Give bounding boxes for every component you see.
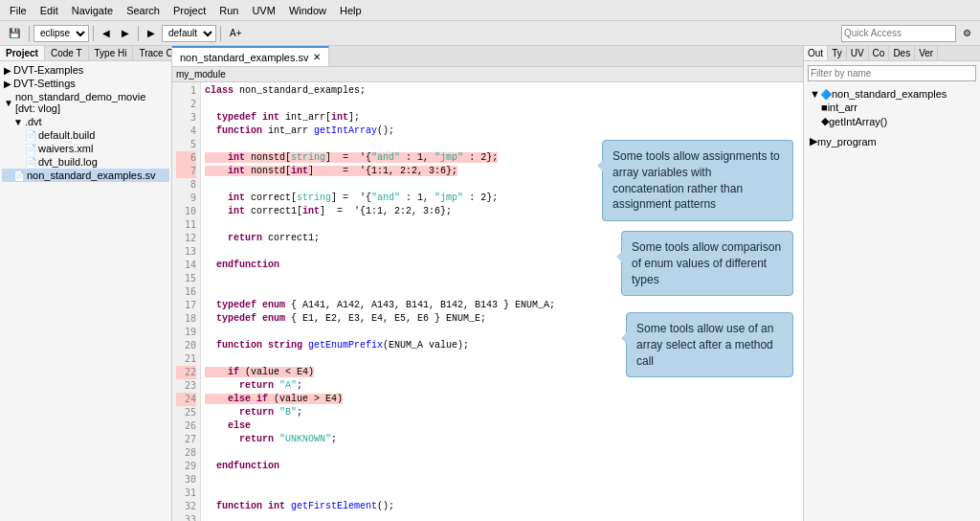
toolbar-extra-btn[interactable]: ⚙ [958, 25, 976, 41]
tree-dvt-log[interactable]: 📄 dvt_build.log [2, 155, 169, 169]
toolbar-save-btn[interactable]: 💾 [4, 25, 25, 41]
right-tab-des[interactable]: Des [889, 46, 915, 60]
line-numbers: 12345 67 89101112 1314151617 18192021 22… [172, 82, 201, 521]
menu-run[interactable]: Run [213, 3, 244, 18]
tab-trace-c[interactable]: Trace C [133, 46, 171, 60]
menu-uvm[interactable]: UVM [246, 3, 280, 18]
tree-expand-icon: ▶ [810, 135, 817, 147]
right-tab-uv[interactable]: UV [847, 46, 869, 60]
toolbar-run-btn[interactable]: ▶ [143, 25, 160, 41]
run-config-select[interactable]: default [162, 25, 216, 42]
left-panel-tabs: Project Code T Type Hi Trace C [0, 46, 171, 61]
quick-access-input[interactable] [841, 25, 956, 42]
workspace-select[interactable]: eclipse [33, 25, 89, 42]
filter-area [804, 61, 980, 85]
right-tree-get-int-array[interactable]: ◆ getIntArray() [806, 114, 978, 128]
filter-input[interactable] [808, 65, 976, 81]
menu-edit[interactable]: Edit [34, 3, 64, 18]
toolbar: 💾 eclipse ◀ ▶ ▶ default A+ ⚙ [0, 21, 980, 46]
right-tree-int-arr[interactable]: ■ int_arr [806, 101, 978, 114]
function-icon: ◆ [821, 115, 829, 127]
tab-close-btn[interactable]: ✕ [313, 52, 321, 62]
tree-expand-icon: ▼ [13, 117, 23, 127]
menubar: File Edit Navigate Search Project Run UV… [0, 0, 980, 21]
tree-non-standard-sv[interactable]: 📄 non_standard_examples.sv [2, 169, 169, 182]
tab-code-t[interactable]: Code T [45, 46, 89, 60]
file-icon: 📄 [25, 130, 36, 141]
menu-navigate[interactable]: Navigate [66, 3, 119, 18]
right-tree-my-program[interactable]: ▶ my_program [806, 134, 978, 148]
file-icon: 📄 [13, 170, 25, 181]
main-layout: Project Code T Type Hi Trace C ▶ DVT-Exa… [0, 46, 980, 521]
tree-demo-movie[interactable]: ▼ non_standard_demo_movie [dvt: vlog] [2, 90, 169, 115]
toolbar-sep-2 [93, 26, 94, 41]
tree-collapse-icon: ▼ [810, 88, 820, 100]
tree-expand-icon: ▼ [4, 98, 13, 108]
file-icon: 📄 [25, 144, 36, 154]
right-tab-ty[interactable]: Ty [828, 46, 847, 60]
breadcrumb-module: my_module [176, 69, 226, 79]
type-icon: ■ [821, 102, 828, 113]
menu-search[interactable]: Search [121, 3, 166, 18]
tree-expand-icon: ▶ [4, 79, 11, 89]
callout-array-assignment: Some tools allow assignments to array va… [602, 140, 793, 221]
tree-dvt-folder[interactable]: ▼ .dvt [2, 115, 169, 128]
toolbar-back-btn[interactable]: ◀ [98, 25, 115, 41]
right-tree: ▼ 🔷 non_standard_examples ■ int_arr ◆ ge… [804, 85, 980, 521]
callout-array-select: Some tools allow use of an array select … [626, 312, 793, 377]
font-size-btn[interactable]: A+ [225, 25, 247, 41]
right-panel: Out Ty UV Co Des Ver ▼ 🔷 non_standard_ex… [803, 46, 980, 521]
toolbar-forward-btn[interactable]: ▶ [117, 25, 134, 41]
tab-type-hi[interactable]: Type Hi [89, 46, 134, 60]
tree-dvt-settings[interactable]: ▶ DVT-Settings [2, 77, 169, 90]
tree-default-build[interactable]: 📄 default.build [2, 128, 169, 142]
file-icon: 📄 [25, 157, 36, 168]
center-editor-area: non_standard_examples.sv ✕ my_module 123… [172, 46, 803, 521]
toolbar-sep-1 [29, 26, 30, 41]
tree-dvt-examples[interactable]: ▶ DVT-Examples [2, 63, 169, 77]
right-tab-out[interactable]: Out [804, 46, 828, 60]
left-panel: Project Code T Type Hi Trace C ▶ DVT-Exa… [0, 46, 172, 521]
right-tab-ver[interactable]: Ver [915, 46, 938, 60]
right-tree-non-standard[interactable]: ▼ 🔷 non_standard_examples [806, 87, 978, 101]
tree-waivers[interactable]: 📄 waivers.xml [2, 142, 169, 155]
callout-enum-comparison: Some tools allow comparison of enum valu… [621, 231, 793, 296]
editor-tab-main[interactable]: non_standard_examples.sv ✕ [172, 46, 329, 66]
toolbar-sep-4 [220, 26, 221, 41]
right-panel-tabs: Out Ty UV Co Des Ver [804, 46, 980, 61]
project-tree: ▶ DVT-Examples ▶ DVT-Settings ▼ non_stan… [0, 61, 171, 521]
menu-project[interactable]: Project [167, 3, 212, 18]
menu-window[interactable]: Window [283, 3, 332, 18]
menu-file[interactable]: File [4, 3, 33, 18]
editor-tabs: non_standard_examples.sv ✕ [172, 46, 803, 67]
tree-expand-icon: ▶ [4, 65, 11, 76]
tab-project[interactable]: Project [0, 46, 45, 60]
editor-breadcrumb: my_module [172, 67, 803, 82]
editor-tab-label: non_standard_examples.sv [180, 52, 309, 63]
menu-help[interactable]: Help [334, 3, 368, 18]
toolbar-sep-3 [138, 26, 139, 41]
right-tab-co[interactable]: Co [869, 46, 890, 60]
editor-content[interactable]: 12345 67 89101112 1314151617 18192021 22… [172, 82, 803, 521]
